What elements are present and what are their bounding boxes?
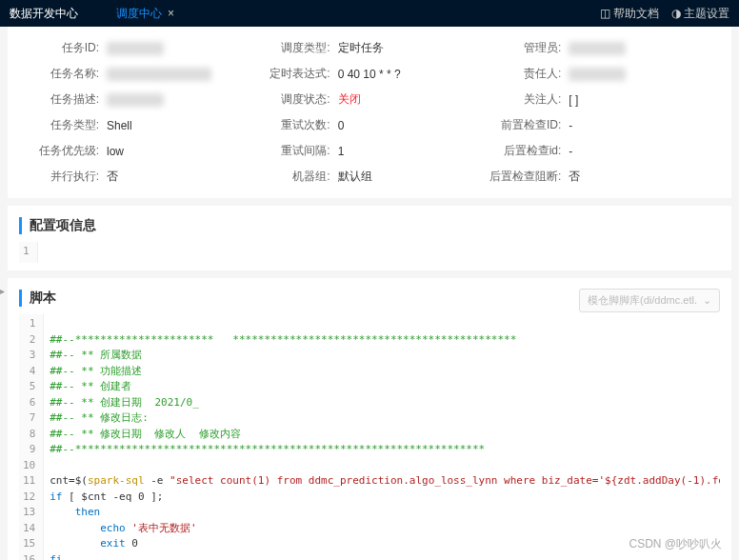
code-line: ##-- ** 创建者 <box>50 379 714 395</box>
info-label: 后置检查阻断: <box>485 169 561 185</box>
info-value: [ ] <box>569 93 578 107</box>
code-line: ##--************************************… <box>50 442 714 458</box>
info-value: 否 <box>107 169 118 185</box>
info-label: 责任人: <box>485 66 561 82</box>
info-value <box>107 68 211 81</box>
code-line: then <box>50 505 714 521</box>
info-item: 后置检查阻断:否 <box>485 169 716 185</box>
info-label: 定时表达式: <box>254 66 330 82</box>
code-line: ##-- ** 创建日期 2021/0_ <box>50 395 714 411</box>
info-label: 并行执行: <box>23 169 99 185</box>
info-label: 管理员: <box>485 40 561 56</box>
close-icon[interactable]: × <box>168 7 174 20</box>
code-line: ##-- ** 修改日期 修改人 修改内容 <box>50 427 714 443</box>
config-section: 配置项信息 1 <box>8 206 731 270</box>
info-value: Shell <box>107 119 132 132</box>
theme-link[interactable]: ◑ 主题设置 <box>671 6 729 22</box>
help-link[interactable]: ◫ 帮助文档 <box>600 6 659 22</box>
code-line: ##-- ** 修改日志: <box>50 410 714 427</box>
info-item: 任务名称: <box>23 66 254 82</box>
info-label: 调度状态: <box>254 91 330 108</box>
info-item: 关注人:[ ] <box>485 91 716 108</box>
info-value <box>569 42 626 55</box>
expand-handle-icon[interactable]: ▸ <box>0 286 5 296</box>
info-value: 默认组 <box>338 169 372 185</box>
script-section-title: 脚本 <box>19 290 56 307</box>
topbar: 数据开发中心 调度中心 × ◫ 帮助文档 ◑ 主题设置 <box>0 0 739 27</box>
info-label: 机器组: <box>254 169 330 185</box>
info-value: low <box>107 145 124 158</box>
config-editor[interactable] <box>38 242 720 263</box>
info-label: 重试间隔: <box>254 143 330 159</box>
info-value: 否 <box>569 169 580 185</box>
info-value: 定时任务 <box>338 40 384 56</box>
info-value: 0 40 10 * * ? <box>338 68 401 81</box>
info-label: 任务名称: <box>23 66 99 82</box>
info-value: 1 <box>338 145 345 158</box>
selector-placeholder: 模仓脚脚库(di/ddmc.etl. <box>588 293 697 308</box>
config-gutter: 1 <box>19 242 38 263</box>
code-gutter: 1234567891011121314151617181920212223242… <box>19 314 44 560</box>
info-value: - <box>569 119 572 132</box>
app-title: 数据开发中心 <box>10 6 78 22</box>
info-item: 后置检查id:- <box>485 143 716 159</box>
info-item: 重试次数:0 <box>254 117 486 133</box>
info-label: 前置检查ID: <box>485 117 561 133</box>
code-body[interactable]: ##--********************** *************… <box>44 314 720 560</box>
info-item: 任务优先级:low <box>23 143 254 159</box>
info-label: 重试次数: <box>254 117 330 133</box>
info-label: 任务描述: <box>23 91 99 108</box>
info-label: 任务优先级: <box>23 143 99 159</box>
task-info-card: 任务ID:调度类型:定时任务管理员:任务名称:定时表达式:0 40 10 * *… <box>8 27 731 198</box>
info-item: 管理员: <box>485 40 716 56</box>
info-item: 并行执行:否 <box>23 169 254 185</box>
info-label: 任务ID: <box>23 40 99 56</box>
code-line <box>50 458 714 474</box>
theme-icon: ◑ <box>671 7 681 20</box>
info-item: 重试间隔:1 <box>254 143 486 159</box>
code-line: echo '表中无数据' <box>50 521 714 537</box>
code-line <box>50 316 714 332</box>
code-line: ##--********************** *************… <box>50 332 714 349</box>
info-item: 责任人: <box>485 66 716 82</box>
info-label: 后置检查id: <box>485 143 561 159</box>
script-repo-selector[interactable]: 模仓脚脚库(di/ddmc.etl. ⌄ <box>579 289 720 312</box>
code-line: fi <box>50 552 714 561</box>
info-label: 任务类型: <box>23 117 99 133</box>
info-item: 任务ID: <box>23 40 254 56</box>
script-section: 脚本 模仓脚脚库(di/ddmc.etl. ⌄ 1234567891011121… <box>8 278 731 560</box>
info-label: 调度类型: <box>254 40 330 56</box>
config-section-title: 配置项信息 <box>19 217 720 234</box>
info-value: 0 <box>338 119 345 132</box>
info-item: 机器组:默认组 <box>254 169 486 185</box>
script-editor[interactable]: 1234567891011121314151617181920212223242… <box>19 314 720 560</box>
info-item: 任务类型:Shell <box>23 117 254 133</box>
info-value <box>107 42 164 55</box>
chevron-down-icon: ⌄ <box>703 294 711 307</box>
info-label: 关注人: <box>485 91 561 108</box>
code-line: ##-- ** 功能描述 <box>50 364 714 380</box>
code-line: exit 0 <box>50 536 714 552</box>
info-item: 前置检查ID:- <box>485 117 716 133</box>
info-value <box>107 93 164 107</box>
tab-label: 调度中心 <box>116 6 162 22</box>
info-item: 定时表达式:0 40 10 * * ? <box>254 66 486 82</box>
theme-label: 主题设置 <box>684 6 729 22</box>
info-item: 任务描述: <box>23 91 254 108</box>
code-line: if [ $cnt -eq 0 ]; <box>50 490 714 506</box>
code-line: ##-- ** 所属数据 <box>50 348 714 364</box>
help-icon: ◫ <box>600 7 610 20</box>
info-item: 调度类型:定时任务 <box>254 40 486 56</box>
info-value <box>569 68 626 81</box>
info-value: 关闭 <box>338 91 361 108</box>
tab-scheduler[interactable]: 调度中心 × <box>116 6 174 22</box>
info-item: 调度状态:关闭 <box>254 91 486 108</box>
info-value: - <box>569 145 572 158</box>
help-label: 帮助文档 <box>613 6 659 22</box>
code-line: cnt=$(spark-sql -e "select count(1) from… <box>50 473 714 490</box>
